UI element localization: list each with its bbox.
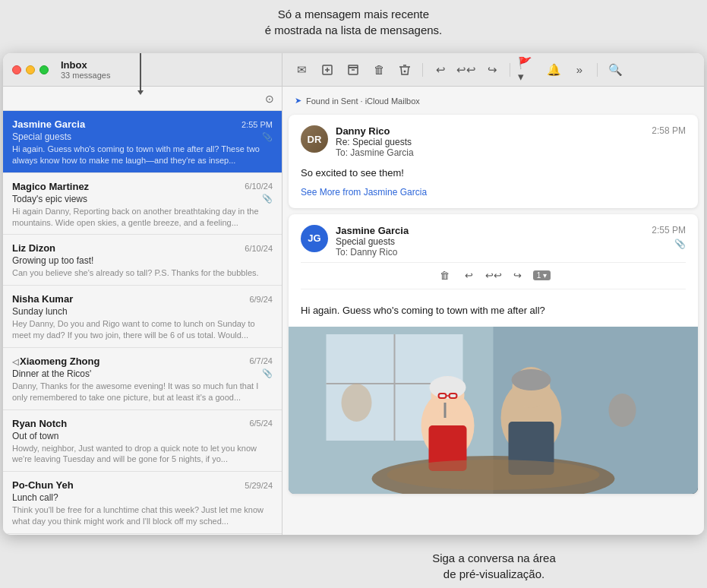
message-list-sidebar: ⊙ Jasmine Garcia 2:55 PM Special guests … <box>3 87 282 535</box>
msg-preview-3: Can you believe she's already so tall? P… <box>12 267 273 279</box>
maximize-button[interactable] <box>39 65 49 74</box>
svg-point-30 <box>387 460 600 490</box>
found-in-label: Found in Sent · iCloud Mailbox <box>306 96 420 106</box>
msg-header-6: Ryan Notch 6/5/24 <box>12 418 273 429</box>
trash-icon[interactable]: 🗑 <box>369 60 389 80</box>
msg-header-2: Magico Martinez 6/10/24 <box>12 181 273 192</box>
email-from-2: Jasmine Garcia <box>336 225 644 236</box>
email-card-header-1: DR Danny Rico Re: Special guests To: Jas… <box>301 125 686 158</box>
email-time-1: 2:58 PM <box>652 125 686 136</box>
message-item-4[interactable]: Nisha Kumar 6/9/24 Sunday lunch Hey Dann… <box>3 286 282 348</box>
sent-indicator-5: ◁ <box>12 357 18 366</box>
delete-action[interactable]: 🗑 <box>435 267 455 284</box>
callout-arrow <box>140 53 141 91</box>
annotation-top: Só a mensagem mais recente é mostrada na… <box>0 0 707 38</box>
reply-icon[interactable]: ↩ <box>431 60 450 80</box>
avatar-danny: DR <box>301 125 328 153</box>
msg-subject-7: Lunch call? <box>12 492 273 503</box>
msg-preview-7: Think you'll be free for a lunchtime cha… <box>12 504 273 527</box>
compose-icon[interactable] <box>317 60 337 80</box>
msg-date-5: 6/7/24 <box>249 356 273 365</box>
separator-3 <box>597 63 598 77</box>
forward-action[interactable]: ↪ <box>508 267 528 284</box>
count-badge: 1 ▾ <box>533 270 551 280</box>
msg-subject-2: Today's epic views 📎 <box>12 194 273 204</box>
msg-date-6: 6/5/24 <box>249 419 273 428</box>
msg-preview-2: Hi again Danny, Reporting back on anothe… <box>12 206 273 229</box>
msg-name-5: ◁Xiaomeng Zhong <box>12 356 99 367</box>
email-actions-bar: 🗑 ↩ ↩↩ ↪ 1 ▾ <box>301 262 686 289</box>
attachment-icon-5: 📎 <box>262 368 273 378</box>
title-info: Inbox 33 messages <box>61 59 110 80</box>
flag-icon[interactable]: 🚩▾ <box>518 60 538 80</box>
minimize-button[interactable] <box>26 65 35 74</box>
message-item-5[interactable]: ◁Xiaomeng Zhong 6/7/24 Dinner at the Ric… <box>3 348 282 410</box>
avatar-jasmine: JG <box>301 225 328 252</box>
msg-name-7: Po-Chun Yeh <box>12 479 74 491</box>
msg-header-3: Liz Dizon 6/10/24 <box>12 242 273 254</box>
annotation-bottom-line1: Siga a conversa na área <box>432 552 556 564</box>
email-subject-1: Re: Special guests <box>336 137 644 147</box>
email-body-2: Hi again. Guess who's coming to town wit… <box>289 303 698 327</box>
msg-date-7: 5/29/24 <box>245 481 273 490</box>
annotation-bottom-line2: de pré-visualização. <box>443 567 544 580</box>
msg-subject-3: Growing up too fast! <box>12 255 273 266</box>
msg-header-4: Nisha Kumar 6/9/24 <box>12 293 273 305</box>
inbox-title: Inbox <box>61 59 110 71</box>
email-card-danny: DR Danny Rico Re: Special guests To: Jas… <box>289 115 698 208</box>
archive-icon[interactable] <box>343 60 363 80</box>
email-meta-1: Danny Rico Re: Special guests To: Jasmin… <box>336 125 644 158</box>
msg-preview-1: Hi again. Guess who's coming to town wit… <box>12 144 273 166</box>
preview-pane[interactable]: ➤ Found in Sent · iCloud Mailbox DR Dann… <box>282 87 704 535</box>
found-in-bar: ➤ Found in Sent · iCloud Mailbox <box>289 93 698 109</box>
message-item-3[interactable]: Liz Dizon 6/10/24 Growing up too fast! C… <box>3 235 282 286</box>
email-meta-2: Jasmine Garcia Special guests To: Danny … <box>336 225 644 258</box>
reply-all-action[interactable]: ↩↩ <box>484 267 503 284</box>
message-item-1[interactable]: Jasmine Garcia 2:55 PM Special guests 📎 … <box>3 111 282 173</box>
count-action[interactable]: 1 ▾ <box>532 267 552 284</box>
message-item-2[interactable]: Magico Martinez 6/10/24 Today's epic vie… <box>3 173 282 236</box>
sent-arrow-icon: ➤ <box>295 96 301 106</box>
junk-icon[interactable] <box>395 60 415 80</box>
email-to-2: To: Danny Rico <box>336 247 644 258</box>
email-time-2: 2:55 PM <box>652 225 686 236</box>
svg-rect-3 <box>349 68 358 74</box>
msg-date-4: 6/9/24 <box>249 295 273 304</box>
msg-preview-4: Hey Danny, Do you and Rigo want to come … <box>12 318 273 341</box>
get-mail-icon[interactable]: ✉ <box>292 60 311 80</box>
svg-rect-4 <box>349 65 358 68</box>
attachment-icon-2: 📎 <box>262 194 273 204</box>
message-list[interactable]: Jasmine Garcia 2:55 PM Special guests 📎 … <box>3 111 282 535</box>
annotation-top-line2: é mostrada na lista de mensagens. <box>265 24 442 36</box>
msg-subject-5: Dinner at the Ricos' 📎 <box>12 368 273 379</box>
traffic-lights <box>12 65 49 74</box>
msg-name-2: Magico Martinez <box>12 181 89 192</box>
msg-preview-6: Howdy, neighbor, Just wanted to drop a q… <box>12 443 273 466</box>
message-item-7[interactable]: Po-Chun Yeh 5/29/24 Lunch call? Think yo… <box>3 472 282 534</box>
message-item-6[interactable]: Ryan Notch 6/5/24 Out of town Howdy, nei… <box>3 410 282 473</box>
email-to-1: To: Jasmine Garcia <box>336 147 644 158</box>
msg-subject-6: Out of town <box>12 431 273 441</box>
close-button[interactable] <box>12 65 21 74</box>
toolbar-area: ✉ 🗑 <box>282 60 704 80</box>
mail-window: Inbox 33 messages ✉ <box>3 53 704 535</box>
email-card-2-top: JG Jasmine Garcia Special guests To: Dan… <box>289 214 698 303</box>
msg-date-1: 2:55 PM <box>241 120 273 129</box>
filter-icon[interactable]: ⊙ <box>265 93 274 105</box>
msg-name-3: Liz Dizon <box>12 242 55 254</box>
reply-all-icon[interactable]: ↩↩ <box>456 60 476 80</box>
annotation-bottom: Siga a conversa na área de pré-visualiza… <box>281 550 707 588</box>
more-icon[interactable]: » <box>570 60 589 80</box>
separator-2 <box>510 63 510 77</box>
msg-name-1: Jasmine Garcia <box>12 119 85 130</box>
search-icon[interactable]: 🔍 <box>605 60 625 80</box>
msg-date-2: 6/10/24 <box>245 182 273 191</box>
reply-action[interactable]: ↩ <box>459 267 479 284</box>
email-photo <box>289 327 698 494</box>
notifications-icon[interactable]: 🔔 <box>544 60 563 80</box>
msg-header-1: Jasmine Garcia 2:55 PM <box>12 119 273 130</box>
email-body-1: So excited to see them! <box>301 166 686 181</box>
attachment-icon-1: 📎 <box>262 132 273 142</box>
see-more-link[interactable]: See More from Jasmine Garcia <box>301 187 686 198</box>
forward-icon[interactable]: ↪ <box>482 60 502 80</box>
